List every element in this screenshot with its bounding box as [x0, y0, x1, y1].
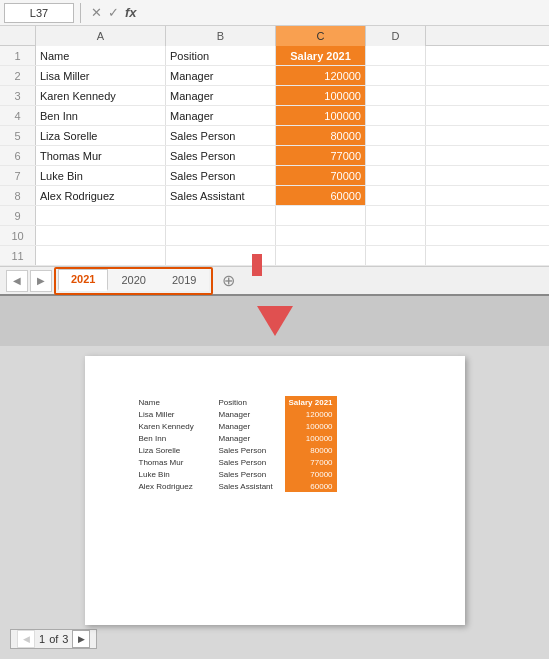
print-preview-section: NamePositionSalary 2021Lisa MillerManage… — [0, 346, 549, 659]
tab-nav-next[interactable]: ▶ — [30, 270, 52, 292]
cell-name[interactable]: Lisa Miller — [36, 66, 166, 85]
row-number: 2 — [0, 66, 36, 85]
preview-cell-position: Sales Assistant — [215, 480, 285, 492]
cell-d[interactable] — [366, 246, 426, 265]
cell-name[interactable]: Thomas Mur — [36, 146, 166, 165]
row-number: 1 — [0, 46, 36, 65]
spreadsheet-grid: A B C D 1NamePositionSalary 20212Lisa Mi… — [0, 26, 549, 266]
cell-position[interactable]: Manager — [166, 106, 276, 125]
grid-row[interactable]: 9 — [0, 206, 549, 226]
preview-row: Lisa MillerManager120000 — [135, 408, 337, 420]
cell-d[interactable] — [366, 106, 426, 125]
preview-cell-name: Alex Rodriguez — [135, 480, 215, 492]
cell-reference-box[interactable]: L37 — [4, 3, 74, 23]
sheet-tab-2019[interactable]: 2019 — [159, 269, 209, 291]
cell-salary[interactable]: 100000 — [276, 106, 366, 125]
cell-name[interactable] — [36, 246, 166, 265]
fx-icon[interactable]: fx — [125, 5, 137, 20]
row-number: 4 — [0, 106, 36, 125]
cell-salary[interactable] — [276, 246, 366, 265]
cell-salary[interactable]: 77000 — [276, 146, 366, 165]
cell-name[interactable]: Ben Inn — [36, 106, 166, 125]
grid-row[interactable]: 5Liza SorelleSales Person80000 — [0, 126, 549, 146]
grid-row[interactable]: 1NamePositionSalary 2021 — [0, 46, 549, 66]
cell-name[interactable]: Alex Rodriguez — [36, 186, 166, 205]
tab-nav-prev[interactable]: ◀ — [6, 270, 28, 292]
cell-salary[interactable] — [276, 206, 366, 225]
cell-name[interactable] — [36, 206, 166, 225]
row-num-header — [0, 26, 36, 45]
preview-cell-name: Liza Sorelle — [135, 444, 215, 456]
preview-cell-position: Manager — [215, 408, 285, 420]
cell-d[interactable] — [366, 226, 426, 245]
sheet-tab-2020[interactable]: 2020 — [108, 269, 158, 291]
cell-salary[interactable]: 100000 — [276, 86, 366, 105]
cell-position[interactable]: Sales Person — [166, 166, 276, 185]
preview-row: Luke BinSales Person70000 — [135, 468, 337, 480]
cell-name[interactable] — [36, 226, 166, 245]
cell-position[interactable]: Manager — [166, 66, 276, 85]
cell-position[interactable]: Sales Assistant — [166, 186, 276, 205]
grid-row[interactable]: 7Luke BinSales Person70000 — [0, 166, 549, 186]
cell-position[interactable]: Sales Person — [166, 126, 276, 145]
cell-name[interactable]: Luke Bin — [36, 166, 166, 185]
cell-salary[interactable]: Salary 2021 — [276, 46, 366, 65]
cell-position[interactable] — [166, 206, 276, 225]
cell-salary[interactable]: 70000 — [276, 166, 366, 185]
cell-d[interactable] — [366, 126, 426, 145]
preview-cell-salary: 70000 — [285, 468, 337, 480]
cell-position[interactable]: Sales Person — [166, 146, 276, 165]
preview-table: NamePositionSalary 2021Lisa MillerManage… — [135, 396, 337, 492]
preview-cell-name: Lisa Miller — [135, 408, 215, 420]
page-prev-button[interactable]: ◀ — [17, 630, 35, 648]
cell-name[interactable]: Liza Sorelle — [36, 126, 166, 145]
grid-row[interactable]: 2Lisa MillerManager120000 — [0, 66, 549, 86]
cell-position[interactable]: Manager — [166, 86, 276, 105]
cell-salary[interactable] — [276, 226, 366, 245]
cell-d[interactable] — [366, 206, 426, 225]
sheet-tab-2021[interactable]: 2021 — [58, 269, 108, 291]
cell-d[interactable] — [366, 146, 426, 165]
cancel-formula-icon[interactable]: ✕ — [91, 5, 102, 20]
cell-d[interactable] — [366, 66, 426, 85]
cell-d[interactable] — [366, 86, 426, 105]
preview-cell-salary: 100000 — [285, 420, 337, 432]
col-header-d: D — [366, 26, 426, 46]
preview-cell-name: Karen Kennedy — [135, 420, 215, 432]
grid-row[interactable]: 3Karen KennedyManager100000 — [0, 86, 549, 106]
add-sheet-button[interactable]: ⊕ — [217, 270, 239, 292]
page-next-button[interactable]: ▶ — [72, 630, 90, 648]
grid-row[interactable]: 10 — [0, 226, 549, 246]
preview-cell-salary: 100000 — [285, 432, 337, 444]
row-number: 11 — [0, 246, 36, 265]
page-navigation-bar: ◀ 1 of 3 ▶ — [10, 629, 97, 649]
cell-salary[interactable]: 80000 — [276, 126, 366, 145]
row-number: 3 — [0, 86, 36, 105]
grid-row[interactable]: 4Ben InnManager100000 — [0, 106, 549, 126]
formula-bar-icons: ✕ ✓ fx — [87, 5, 141, 20]
cell-salary[interactable]: 60000 — [276, 186, 366, 205]
cell-d[interactable] — [366, 46, 426, 65]
grid-row[interactable]: 11 — [0, 246, 549, 266]
formula-input[interactable] — [145, 3, 545, 23]
formula-bar: L37 ✕ ✓ fx — [0, 0, 549, 26]
cell-position[interactable] — [166, 226, 276, 245]
grid-row[interactable]: 6Thomas MurSales Person77000 — [0, 146, 549, 166]
excel-section: L37 ✕ ✓ fx A B C D 1NamePositionSalary 2… — [0, 0, 549, 296]
cell-name[interactable]: Karen Kennedy — [36, 86, 166, 105]
page-total: 3 — [62, 633, 68, 645]
cell-d[interactable] — [366, 186, 426, 205]
confirm-formula-icon[interactable]: ✓ — [108, 5, 119, 20]
preview-cell-position: Sales Person — [215, 444, 285, 456]
cell-name[interactable]: Name — [36, 46, 166, 65]
preview-cell-position: Sales Person — [215, 468, 285, 480]
preview-row: Karen KennedyManager100000 — [135, 420, 337, 432]
cell-salary[interactable]: 120000 — [276, 66, 366, 85]
col-header-b: B — [166, 26, 276, 46]
cell-position[interactable]: Position — [166, 46, 276, 65]
column-headers: A B C D — [0, 26, 549, 46]
grid-row[interactable]: 8Alex RodriguezSales Assistant60000 — [0, 186, 549, 206]
cell-d[interactable] — [366, 166, 426, 185]
row-number: 9 — [0, 206, 36, 225]
preview-row: Ben InnManager100000 — [135, 432, 337, 444]
